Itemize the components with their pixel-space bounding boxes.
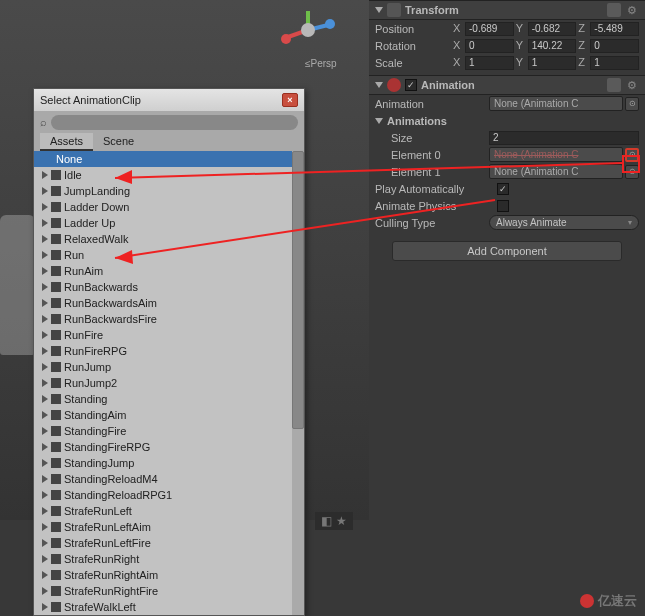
expand-icon [42,555,48,563]
list-item[interactable]: RelaxedWalk [34,231,304,247]
list-item[interactable]: Ladder Down [34,199,304,215]
clip-icon [51,234,61,244]
list-item[interactable]: StandingReloadM4 [34,471,304,487]
list-item[interactable]: StrafeWalkLeft [34,599,304,615]
clip-icon [51,362,61,372]
clip-label: StandingReloadRPG1 [64,489,172,501]
watermark-text: 亿速云 [598,592,637,610]
object-picker-button[interactable]: ⊙ [625,97,639,111]
expand-icon [42,347,48,355]
list-item[interactable]: RunBackwards [34,279,304,295]
animate-physics-checkbox[interactable] [497,200,509,212]
list-item[interactable]: Idle [34,167,304,183]
transform-icon [387,3,401,17]
list-item[interactable]: StrafeRunRightAim [34,567,304,583]
pos-y-field[interactable]: -0.682 [528,22,577,36]
list-item[interactable]: Run [34,247,304,263]
clip-icon [51,410,61,420]
list-item[interactable]: RunBackwardsFire [34,311,304,327]
list-item[interactable]: StandingJump [34,455,304,471]
tab-scene[interactable]: Scene [93,133,144,151]
clip-label: StrafeRunLeftFire [64,537,151,549]
scale-y-field[interactable]: 1 [528,56,577,70]
list-item[interactable]: RunFire [34,327,304,343]
animation-header[interactable]: ✓ Animation ⚙ [369,75,645,95]
list-item[interactable]: RunJump [34,359,304,375]
list-item[interactable]: StandingFire [34,423,304,439]
gear-icon[interactable]: ⚙ [625,3,639,17]
expand-icon [42,187,48,195]
clip-label: Ladder Down [64,201,129,213]
list-item[interactable]: RunBackwardsAim [34,295,304,311]
scrollbar-thumb[interactable] [292,151,304,429]
help-icon[interactable] [607,78,621,92]
scrollbar[interactable] [292,151,304,615]
play-auto-label: Play Automatically [375,183,497,195]
search-input[interactable] [51,115,298,130]
list-item[interactable]: StrafeRunLeftFire [34,535,304,551]
persp-label: ≤Persp [305,58,337,69]
play-auto-checkbox[interactable]: ✓ [497,183,509,195]
expand-icon [42,507,48,515]
list-item[interactable]: Ladder Up [34,215,304,231]
clip-icon [51,202,61,212]
tab-assets[interactable]: Assets [40,133,93,151]
list-item[interactable]: StrafeRunRightFire [34,583,304,599]
size-field[interactable]: 2 [489,131,639,145]
animation-enable-checkbox[interactable]: ✓ [405,79,417,91]
rotation-row: Rotation X0 Y140.22 Z0 [369,37,645,54]
list-item[interactable]: JumpLanding [34,183,304,199]
close-icon[interactable]: × [282,93,298,107]
pos-z-field[interactable]: -5.489 [590,22,639,36]
picker-titlebar[interactable]: Select AnimationClip × [34,89,304,111]
clip-label: JumpLanding [64,185,130,197]
clip-label: RunJump [64,361,111,373]
help-icon[interactable] [607,3,621,17]
slider-icon[interactable]: ◧ [321,514,332,528]
list-item[interactable]: StrafeRunRight [34,551,304,567]
list-item[interactable]: RunAim [34,263,304,279]
clip-label: RunBackwardsFire [64,313,157,325]
expand-icon [42,379,48,387]
pos-x-field[interactable]: -0.689 [465,22,514,36]
list-item[interactable]: StandingAim [34,407,304,423]
rot-z-field[interactable]: 0 [590,39,639,53]
list-item[interactable]: StrafeRunLeft [34,503,304,519]
list-item[interactable]: StandingReloadRPG1 [34,487,304,503]
element1-row: Element 1 None (Animation C ⊙ [369,163,645,180]
scene-gizmo[interactable] [278,5,338,55]
inspector-panel: Transform ⚙ Position X-0.689 Y-0.682 Z-5… [369,0,645,616]
expand-icon [42,443,48,451]
clip-icon [51,538,61,548]
list-item-none[interactable]: None [34,151,304,167]
picker-list[interactable]: None IdleJumpLandingLadder DownLadder Up… [34,151,304,615]
element1-field[interactable]: None (Animation C [489,164,623,179]
rot-y-field[interactable]: 140.22 [528,39,577,53]
gear-icon[interactable]: ⚙ [625,78,639,92]
project-footer-icons[interactable]: ◧ ★ [315,512,353,530]
clip-icon [51,570,61,580]
add-component-button[interactable]: Add Component [392,241,622,261]
list-item[interactable]: RunFireRPG [34,343,304,359]
scale-x-field[interactable]: 1 [465,56,514,70]
animation-clip-field[interactable]: None (Animation C [489,96,623,111]
list-item[interactable]: Standing [34,391,304,407]
culling-dropdown[interactable]: Always Animate▾ [489,215,639,230]
scale-z-field[interactable]: 1 [590,56,639,70]
clip-label: RunAim [64,265,103,277]
animate-physics-label: Animate Physics [375,200,497,212]
animations-header[interactable]: Animations [369,112,645,129]
transform-header[interactable]: Transform ⚙ [369,0,645,20]
favorite-icon[interactable]: ★ [336,514,347,528]
clip-label: StandingFireRPG [64,441,150,453]
list-item[interactable]: RunJump2 [34,375,304,391]
rotation-label: Rotation [375,40,453,52]
element0-field[interactable]: None (Animation C [489,147,623,162]
object-picker-window: Select AnimationClip × ⌕ Assets Scene No… [33,88,305,616]
list-item[interactable]: StrafeRunLeftAim [34,519,304,535]
list-item[interactable]: StandingFireRPG [34,439,304,455]
rot-x-field[interactable]: 0 [465,39,514,53]
expand-icon [42,171,48,179]
foldout-icon [375,7,383,13]
watermark-icon [580,594,594,608]
